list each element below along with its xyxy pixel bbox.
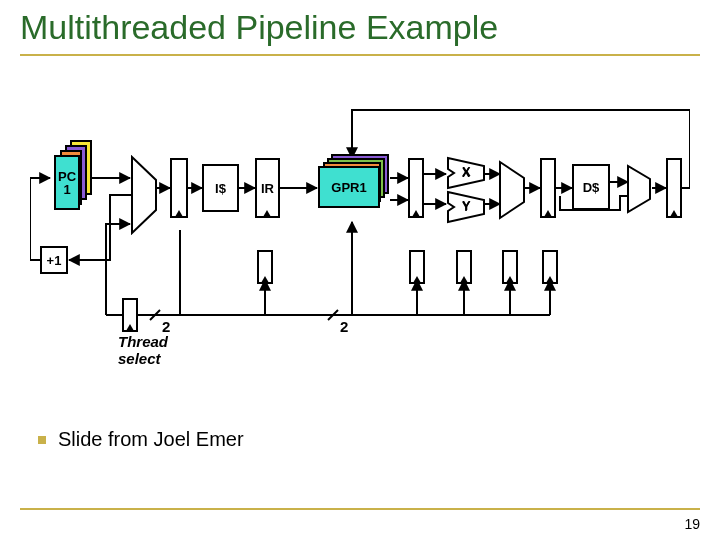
footer-rule [20, 508, 700, 510]
ir-label: IR [261, 181, 274, 196]
mux-wb [626, 164, 654, 214]
ts-latch-4-clk-icon [506, 276, 514, 283]
latch-1-clk-icon [175, 210, 183, 217]
dcache: D$ [572, 164, 610, 210]
latch-1 [170, 158, 188, 218]
ts-latch-1-clk-icon [261, 276, 269, 283]
bus-width-2: 2 [340, 318, 348, 335]
icache-label: I$ [215, 181, 226, 196]
ts-latch-2-clk-icon [413, 276, 421, 283]
svg-marker-26 [132, 157, 156, 233]
alu-x-label: X [462, 164, 471, 179]
pc-bank-0: PC 1 [54, 155, 80, 210]
incrementer: +1 [40, 246, 68, 274]
title-underline [20, 54, 700, 56]
alu-y-label: Y [462, 198, 471, 213]
mux-xy [498, 160, 528, 220]
latch-3-clk-icon [412, 210, 420, 217]
latch-4 [540, 158, 556, 218]
latch-5-clk-icon [670, 210, 678, 217]
gpr-label: GPR1 [331, 180, 366, 195]
svg-marker-32 [628, 166, 650, 212]
gpr-bank-0: GPR1 [318, 166, 380, 208]
attribution-bullet: Slide from Joel Emer [38, 428, 244, 451]
ts-latch-3-clk-icon [460, 276, 468, 283]
incrementer-label: +1 [47, 253, 62, 268]
ts-latch-5-clk-icon [546, 276, 554, 283]
dcache-label: D$ [583, 180, 600, 195]
pipeline-diagram: C C PC 1 +1 I$ IR GPR1 X Y D$ [30, 100, 690, 360]
slide-title: Multithreaded Pipeline Example [20, 8, 498, 47]
thread-select-label: Thread select [118, 334, 168, 367]
page-number: 19 [684, 516, 700, 532]
mux-pc [130, 155, 160, 235]
pc-one-label: 1 [63, 183, 70, 196]
ts-latch-0-clk-icon [126, 324, 134, 331]
ir-clk-icon [263, 210, 271, 217]
latch-5 [666, 158, 682, 218]
icache: I$ [202, 164, 239, 212]
latch-4-clk-icon [544, 210, 552, 217]
attribution-text: Slide from Joel Emer [58, 428, 244, 450]
pc-label: PC [58, 170, 76, 183]
latch-3 [408, 158, 424, 218]
svg-marker-31 [500, 162, 524, 218]
instruction-register: IR [255, 158, 280, 218]
